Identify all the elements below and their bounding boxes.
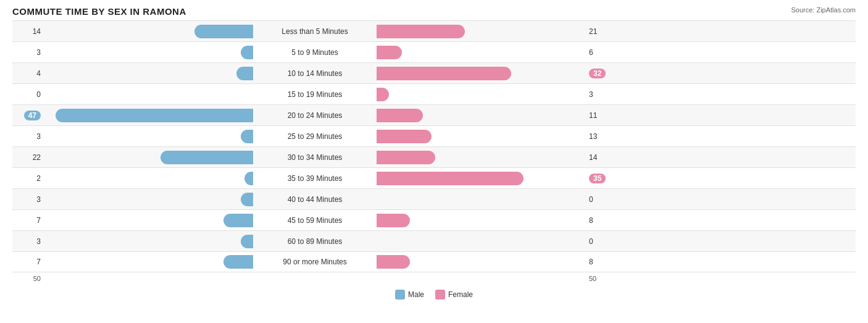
row-label: 30 to 34 Minutes bbox=[253, 153, 377, 162]
bar-row: 3 40 to 44 Minutes 0 bbox=[12, 188, 856, 209]
male-value: 3 bbox=[12, 237, 43, 246]
right-bar-container bbox=[377, 46, 586, 59]
female-value: 11 bbox=[586, 111, 617, 120]
right-bar-container bbox=[377, 193, 586, 206]
male-value: 3 bbox=[12, 132, 43, 141]
left-bar-container bbox=[43, 193, 253, 206]
right-bar-container bbox=[377, 109, 586, 122]
row-label: Less than 5 Minutes bbox=[253, 27, 377, 36]
male-value: 14 bbox=[12, 27, 43, 36]
right-bar-container bbox=[377, 25, 586, 38]
male-value: 4 bbox=[12, 69, 43, 78]
male-value: 3 bbox=[12, 195, 43, 204]
female-bar bbox=[377, 214, 410, 227]
row-label: 25 to 29 Minutes bbox=[253, 132, 377, 141]
left-bar-container bbox=[43, 109, 253, 122]
bar-row: 3 25 to 29 Minutes 13 bbox=[12, 125, 856, 146]
right-bar-container bbox=[377, 67, 586, 80]
bar-row: 7 45 to 59 Minutes 8 bbox=[12, 209, 856, 230]
right-bar-container bbox=[377, 255, 586, 269]
left-bar-container bbox=[43, 46, 253, 59]
row-label: 35 to 39 Minutes bbox=[253, 174, 377, 183]
male-bar bbox=[223, 255, 253, 269]
row-label: 20 to 24 Minutes bbox=[253, 111, 377, 120]
female-value: 8 bbox=[586, 258, 617, 266]
male-value: 7 bbox=[12, 216, 43, 225]
bars-area: 14 Less than 5 Minutes 21 3 5 to 9 Minut… bbox=[12, 20, 856, 272]
bar-row: 3 60 to 89 Minutes 0 bbox=[12, 230, 856, 251]
chart-header: COMMUTE TIME BY SEX IN RAMONA Source: Zi… bbox=[12, 6, 856, 17]
right-bar-container bbox=[377, 151, 586, 164]
left-bar-container bbox=[43, 88, 253, 101]
female-bar bbox=[377, 25, 465, 38]
bar-row: 22 30 to 34 Minutes 14 bbox=[12, 146, 856, 167]
female-value: 32 bbox=[586, 69, 617, 78]
axis-row: 50 50 bbox=[12, 272, 856, 285]
female-value: 21 bbox=[586, 27, 617, 36]
left-bar-container bbox=[43, 235, 253, 248]
male-bar bbox=[244, 172, 253, 185]
male-bar bbox=[223, 214, 253, 227]
bar-row: 0 15 to 19 Minutes 3 bbox=[12, 83, 856, 104]
legend-female-label: Female bbox=[448, 290, 473, 299]
row-label: 90 or more Minutes bbox=[253, 258, 377, 266]
female-bar bbox=[377, 46, 402, 59]
female-value: 3 bbox=[586, 90, 617, 99]
left-bar-container bbox=[43, 214, 253, 227]
bar-row: 3 5 to 9 Minutes 6 bbox=[12, 41, 856, 62]
right-bar-container bbox=[377, 172, 586, 185]
row-label: 15 to 19 Minutes bbox=[253, 90, 377, 99]
female-value: 6 bbox=[586, 48, 617, 57]
female-bar bbox=[377, 172, 524, 185]
left-bar-container bbox=[43, 130, 253, 143]
male-bar bbox=[161, 151, 253, 164]
legend-female: Female bbox=[435, 290, 473, 300]
male-bar bbox=[241, 46, 253, 59]
chart-container: COMMUTE TIME BY SEX IN RAMONA Source: Zi… bbox=[0, 0, 868, 323]
row-label: 10 to 14 Minutes bbox=[253, 69, 377, 78]
male-bar bbox=[241, 235, 253, 248]
left-bar-container bbox=[43, 255, 253, 269]
row-label: 45 to 59 Minutes bbox=[253, 216, 377, 225]
male-bar bbox=[194, 25, 253, 38]
left-bar-container bbox=[43, 151, 253, 164]
male-value: 47 bbox=[12, 111, 43, 120]
right-bar-container bbox=[377, 88, 586, 101]
bar-row: 2 35 to 39 Minutes 35 bbox=[12, 167, 856, 188]
male-value: 0 bbox=[12, 90, 43, 99]
female-bar bbox=[377, 67, 511, 80]
female-value: 8 bbox=[586, 216, 617, 225]
male-bar bbox=[236, 67, 253, 80]
female-bar bbox=[377, 255, 410, 269]
axis-right: 50 bbox=[586, 275, 617, 282]
legend-male: Male bbox=[395, 290, 424, 300]
right-bar-container bbox=[377, 214, 586, 227]
left-bar-container bbox=[43, 25, 253, 38]
female-bar bbox=[377, 109, 423, 122]
female-value: 0 bbox=[586, 195, 617, 204]
left-bar-container bbox=[43, 172, 253, 185]
male-value: 2 bbox=[12, 174, 43, 183]
legend-female-box bbox=[435, 290, 445, 300]
male-value: 22 bbox=[12, 153, 43, 162]
right-bar-container bbox=[377, 235, 586, 248]
legend: Male Female bbox=[12, 290, 856, 300]
female-value: 14 bbox=[586, 153, 617, 162]
male-bar bbox=[241, 193, 253, 206]
male-value: 3 bbox=[12, 48, 43, 57]
male-value: 7 bbox=[12, 258, 43, 266]
bar-row: 4 10 to 14 Minutes 32 bbox=[12, 62, 856, 83]
legend-male-box bbox=[395, 290, 405, 300]
male-bar bbox=[56, 109, 253, 122]
female-value: 35 bbox=[586, 174, 617, 183]
row-label: 40 to 44 Minutes bbox=[253, 195, 377, 204]
row-label: 5 to 9 Minutes bbox=[253, 48, 377, 57]
female-value: 0 bbox=[586, 237, 617, 246]
bar-row: 14 Less than 5 Minutes 21 bbox=[12, 20, 856, 41]
female-bar bbox=[377, 151, 435, 164]
chart-source: Source: ZipAtlas.com bbox=[791, 6, 856, 14]
axis-left: 50 bbox=[12, 275, 43, 282]
legend-male-label: Male bbox=[408, 290, 424, 299]
male-bar bbox=[241, 130, 253, 143]
right-bar-container bbox=[377, 130, 586, 143]
